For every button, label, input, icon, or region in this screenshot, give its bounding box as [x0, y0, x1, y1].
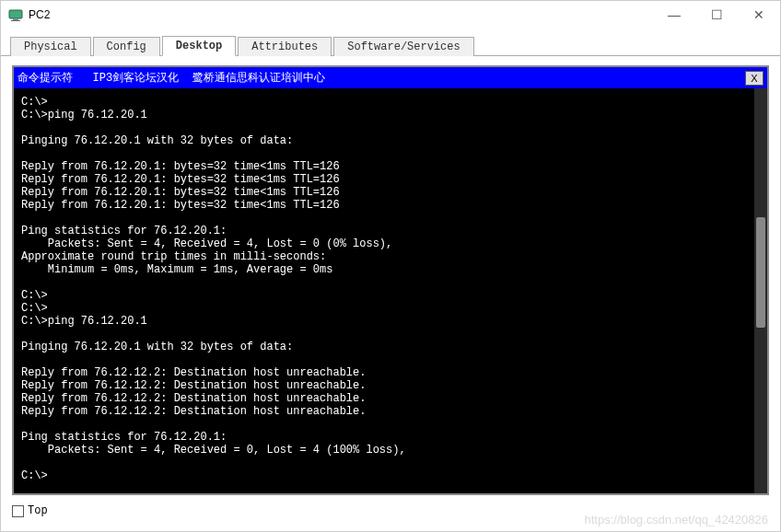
- window-titlebar: PC2 — ☐ ✕: [1, 1, 780, 29]
- tab-desktop[interactable]: Desktop: [162, 36, 236, 56]
- svg-rect-2: [11, 20, 20, 21]
- app-icon: [8, 7, 23, 22]
- workarea: 命令提示符 IP3剑客论坛汉化 鹭桥通信思科认证培训中心 X C:\> C:\>…: [1, 56, 780, 501]
- maximize-button[interactable]: ☐: [695, 1, 738, 29]
- terminal-output[interactable]: C:\> C:\>ping 76.12.20.1 Pinging 76.12.2…: [14, 88, 767, 493]
- tab-config[interactable]: Config: [93, 37, 160, 56]
- close-button[interactable]: ✕: [738, 1, 780, 29]
- window-title: PC2: [29, 8, 50, 21]
- svg-rect-0: [9, 10, 22, 18]
- tab-attributes[interactable]: Attributes: [238, 37, 332, 56]
- tab-physical[interactable]: Physical: [10, 37, 91, 56]
- footer: Top: [1, 501, 780, 521]
- top-checkbox-label: Top: [28, 504, 48, 517]
- terminal-body-wrap: C:\> C:\>ping 76.12.20.1 Pinging 76.12.2…: [14, 88, 767, 493]
- svg-rect-1: [13, 18, 18, 20]
- terminal-scrollbar[interactable]: [754, 88, 767, 493]
- minimize-button[interactable]: —: [653, 1, 695, 29]
- terminal-window: 命令提示符 IP3剑客论坛汉化 鹭桥通信思科认证培训中心 X C:\> C:\>…: [12, 65, 769, 495]
- terminal-titlebar: 命令提示符 IP3剑客论坛汉化 鹭桥通信思科认证培训中心 X: [14, 67, 767, 88]
- window-controls: — ☐ ✕: [653, 1, 780, 29]
- tabbar: Physical Config Desktop Attributes Softw…: [1, 34, 780, 56]
- terminal-scrollbar-thumb[interactable]: [756, 217, 765, 328]
- tab-software-services[interactable]: Software/Services: [333, 37, 473, 56]
- top-checkbox[interactable]: [12, 505, 24, 517]
- terminal-title: 命令提示符 IP3剑客论坛汉化 鹭桥通信思科认证培训中心: [17, 70, 745, 86]
- terminal-close-button[interactable]: X: [745, 71, 764, 86]
